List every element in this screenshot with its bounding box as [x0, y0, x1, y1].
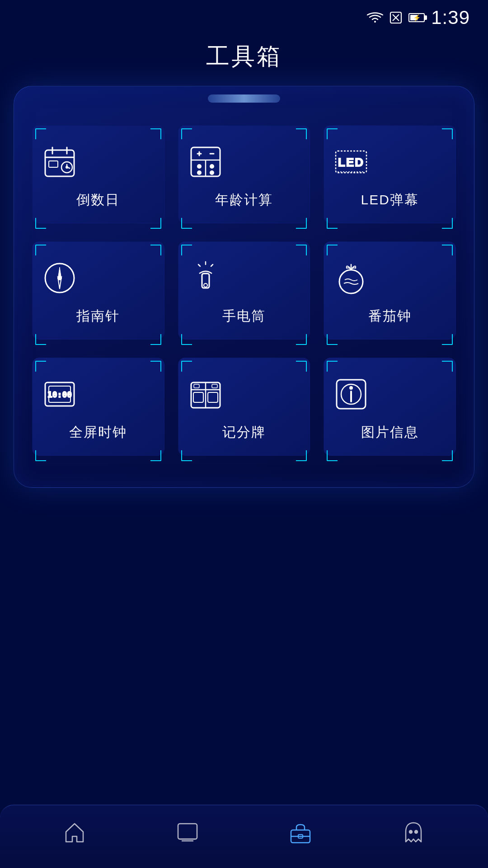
- svg-point-57: [415, 830, 418, 833]
- tool-item-countdown[interactable]: 倒数日: [32, 125, 164, 223]
- sim-icon: [389, 11, 402, 24]
- scoreboard-icon: [188, 376, 224, 412]
- status-time: 1:39: [431, 7, 470, 28]
- fullscreen-clock-icon: 10:00: [42, 376, 78, 412]
- ghost-icon: [401, 820, 426, 844]
- battery-icon: ⚡: [408, 13, 425, 22]
- tool-label-fullscreen-clock: 全屏时钟: [69, 423, 127, 442]
- card-handle: [208, 94, 280, 103]
- svg-rect-45: [212, 384, 217, 388]
- nav-item-toolbox[interactable]: [279, 816, 322, 849]
- svg-point-11: [66, 166, 68, 168]
- svg-point-20: [197, 171, 201, 175]
- tool-item-scoreboard[interactable]: 记分牌: [178, 358, 310, 456]
- svg-point-34: [339, 270, 363, 293]
- tools-grid: 倒数日: [28, 116, 460, 465]
- svg-rect-43: [208, 392, 218, 402]
- toolbox-icon: [288, 820, 313, 844]
- svg-line-31: [198, 264, 200, 266]
- svg-line-32: [211, 264, 213, 266]
- calendar-countdown-icon: [42, 144, 78, 180]
- svg-point-18: [197, 165, 201, 168]
- screen-icon: [175, 820, 200, 844]
- nav-item-screen[interactable]: [166, 816, 209, 849]
- tool-label-flashlight: 手电筒: [222, 307, 266, 326]
- svg-rect-50: [178, 824, 197, 839]
- calculator-grid-icon: [188, 144, 224, 180]
- compass-icon: [42, 260, 78, 296]
- tool-label-scoreboard: 记分牌: [222, 423, 266, 442]
- svg-point-21: [210, 171, 214, 175]
- image-info-icon: [333, 376, 369, 412]
- tool-label-countdown: 倒数日: [76, 191, 120, 209]
- svg-text:LED: LED: [338, 156, 364, 169]
- wifi-icon: [367, 12, 383, 24]
- svg-marker-28: [58, 277, 61, 289]
- svg-rect-44: [194, 384, 199, 388]
- svg-point-19: [210, 165, 214, 168]
- svg-text:10:00: 10:00: [47, 390, 72, 399]
- tool-label-image-info: 图片信息: [361, 423, 419, 442]
- tool-item-pomodoro[interactable]: 番茄钟: [324, 241, 456, 340]
- tool-item-fullscreen-clock[interactable]: 10:00 全屏时钟: [32, 358, 164, 456]
- scroll-area: 倒数日: [0, 86, 488, 560]
- tool-item-led-marquee[interactable]: LED LED弹幕: [324, 125, 456, 223]
- flashlight-icon: [188, 260, 224, 296]
- main-card: 倒数日: [14, 86, 474, 488]
- svg-rect-29: [202, 274, 209, 288]
- tool-item-age-calc[interactable]: 年龄计算: [178, 125, 310, 223]
- tool-item-compass[interactable]: 指南针: [32, 241, 164, 340]
- tool-label-led-marquee: LED弹幕: [361, 191, 418, 209]
- status-bar: ⚡ 1:39: [0, 0, 488, 32]
- svg-point-33: [204, 283, 207, 287]
- tool-item-flashlight[interactable]: 手电筒: [178, 241, 310, 340]
- svg-point-48: [350, 387, 352, 389]
- tool-label-age-calc: 年龄计算: [215, 191, 273, 209]
- bottom-nav: [0, 805, 488, 868]
- svg-rect-42: [193, 392, 203, 402]
- led-display-icon: LED: [333, 144, 369, 180]
- nav-item-home[interactable]: [53, 816, 96, 849]
- svg-point-56: [409, 830, 412, 833]
- status-icons: ⚡ 1:39: [367, 7, 470, 28]
- tool-label-pomodoro: 番茄钟: [368, 307, 412, 326]
- page-title: 工具箱: [0, 41, 488, 72]
- home-icon: [62, 820, 87, 844]
- tomato-clock-icon: [333, 260, 369, 296]
- nav-item-profile[interactable]: [392, 816, 435, 849]
- tool-label-compass: 指南针: [76, 307, 120, 326]
- svg-rect-7: [49, 161, 58, 167]
- tool-item-image-info[interactable]: 图片信息: [324, 358, 456, 456]
